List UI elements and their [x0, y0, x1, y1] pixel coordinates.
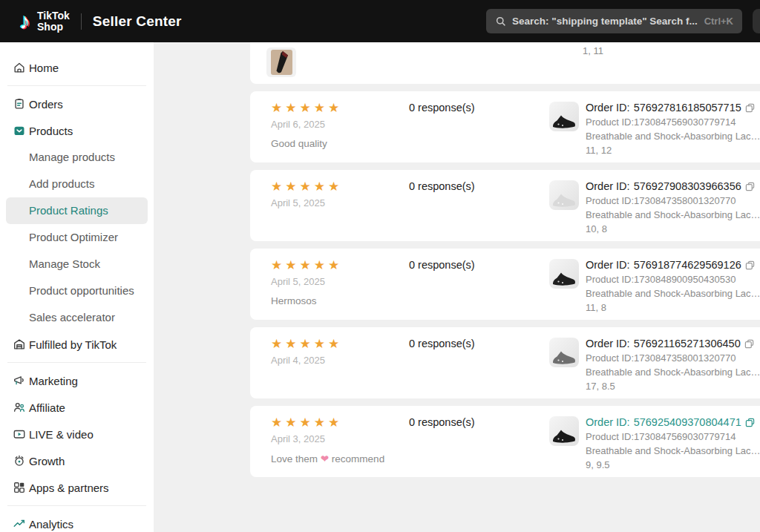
header-cropped-button[interactable]	[753, 9, 760, 33]
sidebar-item-fulfilled-by-tiktok[interactable]: Fulfilled by TikTok	[0, 331, 154, 358]
review-card: ★★★★★ April 4, 2025 0 response(s) Order …	[250, 327, 760, 398]
sidebar-subitem-product-optimizer[interactable]: Product Optimizer	[6, 224, 148, 251]
response-count: 0 response(s)	[409, 180, 549, 241]
order-id-label: Order ID:	[586, 416, 630, 428]
sidebar-item-apps-partners[interactable]: Apps & partners	[0, 474, 154, 501]
sidebar-subitem-label: Product Ratings	[29, 204, 108, 217]
sidebar-item-label: Affiliate	[29, 401, 65, 414]
sidebar-subitem-label: Sales accelerator	[29, 311, 115, 324]
sidebar-item-label: Home	[29, 62, 59, 74]
order-id-label: Order ID:	[586, 180, 630, 192]
brand-line1: TikTok	[37, 10, 70, 22]
black-sneaker-image	[551, 428, 577, 446]
customer-photo-black-shoe	[271, 50, 292, 75]
global-search-input[interactable]: Search: "shipping template" Search f... …	[486, 9, 742, 33]
product-id-line: Product ID:1730847569030779714	[586, 431, 760, 442]
brand-area: ♪ TikTok Shop Seller Center	[19, 10, 182, 33]
product-thumbnail[interactable]	[549, 259, 579, 289]
review-comment: Love them ❤ recommend	[271, 453, 409, 464]
search-shortcut-hint: Ctrl+K	[704, 16, 733, 27]
order-id-link[interactable]: Order ID:576918774629569126	[586, 259, 760, 271]
white-sneaker-image	[551, 192, 577, 210]
live-video-icon	[13, 427, 26, 441]
page-title: Seller Center	[93, 13, 182, 30]
review-date: April 5, 2025	[271, 276, 409, 287]
sidebar-item-live-video[interactable]: LIVE & video	[0, 421, 154, 447]
product-id-line: Product ID:1730847569030779714	[586, 116, 760, 128]
variant-info: 9, 9.5	[586, 459, 760, 470]
review-card: ★★★★★ April 5, 2025 Hermosos 0 response(…	[250, 249, 760, 320]
sidebar-subitem-add-products[interactable]: Add products	[6, 171, 148, 197]
home-icon	[13, 61, 26, 74]
sidebar-subitem-manage-stock[interactable]: Manage Stock	[6, 251, 148, 278]
sidebar-item-home[interactable]: Home	[0, 54, 154, 81]
open-order-icon[interactable]	[745, 260, 755, 270]
order-id-value: 576918774629569126	[634, 259, 741, 271]
sidebar-item-label: Marketing	[29, 375, 78, 387]
product-thumbnail[interactable]	[549, 416, 579, 446]
review-card: ★★★★★ April 6, 2025 Good quality 0 respo…	[250, 91, 760, 162]
sidebar-item-affiliate[interactable]: Affiliate	[0, 394, 154, 421]
sidebar-item-products[interactable]: Products	[0, 117, 154, 144]
order-id-link[interactable]: Order ID:576927908303966356	[586, 180, 760, 192]
open-order-icon[interactable]	[745, 103, 755, 113]
product-id-value: 1730847569030779714	[634, 116, 736, 128]
open-order-icon[interactable]	[745, 418, 755, 427]
star-rating: ★★★★★	[271, 180, 409, 193]
order-id-link[interactable]: Order ID:576927816185057715	[586, 102, 760, 114]
sidebar-item-label: Growth	[29, 455, 65, 467]
response-count: 0 response(s)	[409, 102, 549, 162]
sidebar-item-label: LIVE & video	[29, 428, 94, 441]
order-id-value: 576927908303966356	[634, 180, 741, 192]
product-id-line: Product ID:1730847358001320770	[586, 352, 760, 364]
sidebar-item-label: Orders	[29, 98, 63, 111]
sidebar-divider	[7, 85, 146, 86]
products-icon	[13, 124, 26, 137]
product-thumbnail[interactable]	[549, 180, 579, 210]
variant-info: 10, 8	[586, 223, 760, 234]
product-title: Breathable and Shock-Abasorbing Lace-...	[586, 445, 760, 456]
partial-review-card: 1, 11	[250, 42, 760, 84]
sidebar-subitem-label: Product opportunities	[29, 284, 134, 297]
review-photo-thumbnail[interactable]	[266, 47, 296, 77]
product-title: Breathable and Shock-Abasorbing Lace-...	[586, 288, 760, 299]
sidebar-item-growth[interactable]: Growth	[0, 447, 154, 474]
order-id-label: Order ID:	[586, 338, 630, 349]
header-divider	[81, 13, 82, 30]
product-thumbnail[interactable]	[549, 338, 579, 367]
sidebar-divider	[7, 505, 146, 506]
review-card: ★★★★★ April 5, 2025 0 response(s) Order …	[250, 170, 760, 241]
sidebar-subitem-sales-accelerator[interactable]: Sales accelerator	[6, 304, 148, 331]
sidebar-subitem-manage-products[interactable]: Manage products	[6, 144, 148, 171]
sidebar-item-label: Analytics	[29, 518, 73, 531]
order-id-value: 576925409370804471	[634, 416, 741, 428]
product-title: Breathable and Shock-Abasorbing Lace-...	[586, 367, 760, 378]
sidebar-item-label: Apps & partners	[29, 482, 109, 494]
star-rating: ★★★★★	[271, 416, 409, 429]
sidebar-item-orders[interactable]: Orders	[0, 91, 154, 117]
open-order-icon[interactable]	[745, 182, 755, 191]
black-sneaker-image	[551, 271, 577, 289]
review-date: April 6, 2025	[271, 119, 409, 130]
order-id-link[interactable]: Order ID:576921165271306450	[586, 338, 760, 349]
sidebar-subitem-product-opportunities[interactable]: Product opportunities	[6, 278, 148, 304]
response-count: 0 response(s)	[409, 338, 549, 398]
sidebar-subitem-product-ratings[interactable]: Product Ratings	[6, 197, 148, 224]
open-order-icon[interactable]	[744, 339, 754, 349]
product-ratings-panel: 1, 11 ★★★★★ April 6, 2025 Good quality 0…	[154, 42, 760, 532]
star-rating: ★★★★★	[271, 338, 409, 350]
response-count: 0 response(s)	[409, 416, 549, 477]
sidebar-item-label: Fulfilled by TikTok	[29, 338, 117, 351]
order-id-link[interactable]: Order ID:576925409370804471	[586, 416, 760, 428]
review-date: April 3, 2025	[271, 433, 409, 444]
sidebar-item-marketing[interactable]: Marketing	[0, 367, 154, 394]
star-rating: ★★★★★	[271, 259, 409, 272]
sidebar-divider	[7, 362, 146, 363]
sidebar-item-analytics[interactable]: Analytics	[0, 510, 154, 532]
top-header: ♪ TikTok Shop Seller Center Search: "shi…	[0, 0, 760, 42]
heart-emoji: ❤	[321, 453, 329, 464]
order-id-value: 576921165271306450	[634, 338, 741, 349]
product-thumbnail[interactable]	[549, 102, 579, 131]
tiktok-logo-icon: ♪	[19, 10, 30, 33]
order-id-label: Order ID:	[586, 259, 630, 271]
